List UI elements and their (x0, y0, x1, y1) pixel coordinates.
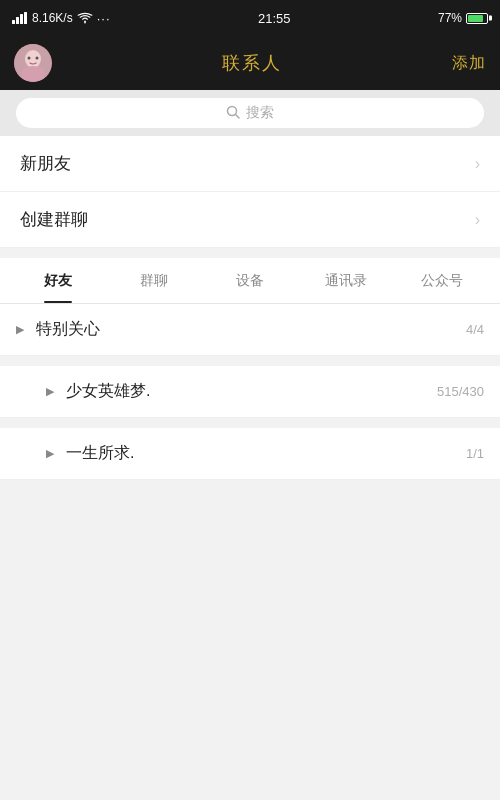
search-icon (226, 105, 240, 122)
group-count-life: 1/1 (466, 446, 484, 461)
header-title: 联系人 (222, 51, 282, 75)
svg-rect-0 (12, 20, 15, 24)
avatar[interactable] (14, 44, 52, 82)
status-right: 77% (438, 11, 488, 25)
battery-percent: 77% (438, 11, 462, 25)
menu-separator (0, 248, 500, 258)
new-friends-label: 新朋友 (20, 152, 71, 175)
signal-icon (12, 12, 28, 24)
group-item-special[interactable]: ▶ 特别关心 4/4 (0, 304, 500, 356)
friend-list: ▶ 特别关心 4/4 ▶ 少女英雄梦. 515/430 ▶ 一生所求. 1/1 (0, 304, 500, 480)
tab-groups[interactable]: 群聊 (106, 258, 202, 303)
new-friends-arrow: › (475, 155, 480, 173)
group-spacer-2 (0, 418, 500, 428)
battery-icon (466, 13, 488, 24)
search-placeholder: 搜索 (246, 104, 274, 122)
svg-point-5 (25, 50, 41, 68)
group-count-girl: 515/430 (437, 384, 484, 399)
create-group-label: 创建群聊 (20, 208, 88, 231)
group-arrow-special: ▶ (16, 323, 24, 336)
group-name-girl: 少女英雄梦. (66, 381, 437, 402)
group-name-special: 特别关心 (36, 319, 466, 340)
search-input-wrap[interactable]: 搜索 (16, 98, 484, 128)
status-bar: 8.16K/s ··· 21:55 77% (0, 0, 500, 36)
group-count-special: 4/4 (466, 322, 484, 337)
tab-official[interactable]: 公众号 (394, 258, 490, 303)
new-friends-item[interactable]: 新朋友 › (0, 136, 500, 192)
create-group-item[interactable]: 创建群聊 › (0, 192, 500, 248)
group-name-life: 一生所求. (66, 443, 466, 464)
group-item-girl[interactable]: ▶ 少女英雄梦. 515/430 (0, 366, 500, 418)
tab-devices[interactable]: 设备 (202, 258, 298, 303)
add-button[interactable]: 添加 (452, 53, 486, 74)
svg-point-8 (36, 57, 39, 60)
wifi-icon (77, 12, 93, 24)
status-left: 8.16K/s ··· (12, 11, 111, 26)
svg-rect-3 (24, 12, 27, 24)
network-speed: 8.16K/s (32, 11, 73, 25)
svg-point-7 (28, 57, 31, 60)
avatar-svg (14, 44, 52, 82)
tab-contacts[interactable]: 通讯录 (298, 258, 394, 303)
svg-rect-2 (20, 14, 23, 24)
group-item-life[interactable]: ▶ 一生所求. 1/1 (0, 428, 500, 480)
status-time: 21:55 (258, 11, 291, 26)
group-arrow-life: ▶ (46, 447, 54, 460)
tab-friends[interactable]: 好友 (10, 258, 106, 303)
group-spacer-1 (0, 356, 500, 366)
dots-icon: ··· (97, 11, 111, 26)
svg-line-10 (236, 114, 240, 118)
create-group-arrow: › (475, 211, 480, 229)
group-arrow-girl: ▶ (46, 385, 54, 398)
tabs-bar: 好友 群聊 设备 通讯录 公众号 (0, 258, 500, 304)
svg-rect-1 (16, 17, 19, 24)
header: 联系人 添加 (0, 36, 500, 90)
svg-point-6 (21, 66, 45, 82)
search-bar: 搜索 (0, 90, 500, 136)
avatar-image (14, 44, 52, 82)
